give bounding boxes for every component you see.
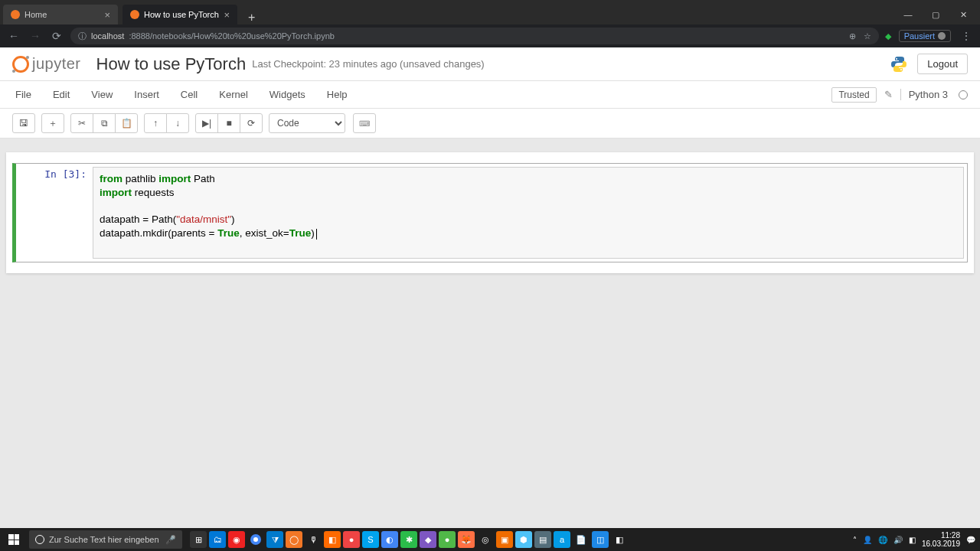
app-icon[interactable]: ◧ — [324, 531, 341, 548]
tray-chevron-up-icon[interactable]: ˄ — [853, 536, 857, 544]
jupyter-favicon-icon — [11, 10, 20, 19]
code-editor[interactable]: from pathlib import Path import requests… — [100, 172, 957, 253]
taskbar-search-input[interactable]: Zur Suche Text hier eingeben 🎤 — [29, 530, 182, 549]
menu-widgets[interactable]: Widgets — [259, 89, 316, 100]
menu-help[interactable]: Help — [316, 89, 358, 100]
interrupt-button[interactable]: ■ — [217, 113, 240, 133]
kernel-status-icon — [959, 90, 968, 99]
taskbar-clock[interactable]: 11:28 16.03.2019 — [922, 531, 960, 548]
notifications-icon[interactable]: 💬 — [966, 536, 975, 544]
checkpoint-status: Last Checkpoint: 23 minutes ago (unsaved… — [252, 58, 485, 70]
browser-tab-home[interactable]: Home × — [3, 5, 118, 24]
chrome-icon[interactable] — [247, 531, 264, 548]
app-icon[interactable]: ◐ — [381, 531, 398, 548]
command-palette-button[interactable]: ⌨ — [353, 113, 376, 133]
jupyter-menubar: File Edit View Insert Cell Kernel Widget… — [0, 81, 980, 109]
notebook-title[interactable]: How to use PyTorch — [96, 54, 247, 74]
window-controls: — ▢ ✕ — [894, 5, 977, 24]
maximize-button[interactable]: ▢ — [922, 5, 949, 24]
cell-prompt: In [3]: — [16, 164, 93, 262]
notebook-body: In [3]: from pathlib import Path import … — [0, 139, 980, 287]
vscode-icon[interactable]: ⧩ — [266, 531, 283, 548]
taskbar-apps: ⊞ 🗂 ◉ ⧩ ◯ 🎙 ◧ ● S ◐ ✱ ◆ ● 🦊 ◎ ▣ ⬢ ▤ a 📄 … — [190, 528, 628, 551]
network-icon[interactable]: 🌐 — [878, 536, 887, 544]
cut-button[interactable]: ✂ — [70, 113, 93, 133]
app-icon[interactable]: 📄 — [573, 531, 590, 548]
jupyter-icon[interactable]: ◯ — [286, 531, 302, 548]
menu-view[interactable]: View — [80, 89, 123, 100]
trusted-indicator[interactable]: Trusted — [831, 87, 876, 103]
kernel-name[interactable]: Python 3 — [900, 89, 948, 100]
cell-input-area[interactable]: from pathlib import Path import requests… — [93, 167, 964, 259]
move-up-button[interactable]: ↑ — [144, 113, 167, 133]
menu-icon[interactable]: ⋮ — [959, 30, 974, 42]
back-icon[interactable]: ← — [6, 30, 21, 42]
url-path: :8888/notebooks/How%20to%20use%20PyTorch… — [129, 31, 334, 41]
new-tab-button[interactable]: + — [242, 11, 261, 24]
app-icon[interactable]: ✱ — [400, 531, 417, 548]
browser-address-bar: ← → ⟳ ⓘ localhost:8888/notebooks/How%20t… — [0, 24, 980, 47]
svg-point-1 — [253, 537, 258, 542]
app-icon[interactable]: ● — [343, 531, 360, 548]
menu-edit[interactable]: Edit — [42, 89, 80, 100]
app-icon[interactable]: ◉ — [228, 531, 245, 548]
firefox-icon[interactable]: 🦊 — [458, 531, 475, 548]
system-tray: ˄ 👤 🌐 🔊 ◧ 11:28 16.03.2019 💬 — [853, 531, 980, 548]
text-cursor — [316, 229, 317, 240]
profile-paused-button[interactable]: Pausiert — [899, 30, 951, 42]
edit-icon[interactable]: ✎ — [884, 89, 893, 100]
jupyter-logo-icon — [12, 56, 29, 73]
move-down-button[interactable]: ↓ — [166, 113, 189, 133]
run-button[interactable]: ▶| — [195, 113, 218, 133]
app-icon[interactable]: 🎙 — [305, 531, 322, 548]
minimize-button[interactable]: — — [894, 5, 922, 24]
start-button[interactable] — [0, 528, 28, 551]
menu-file[interactable]: File — [12, 89, 42, 100]
copy-button[interactable]: ⧉ — [93, 113, 116, 133]
menu-cell[interactable]: Cell — [170, 89, 208, 100]
app-icon[interactable]: ⬢ — [515, 531, 532, 548]
cell-type-select[interactable]: Code — [269, 113, 345, 133]
close-window-button[interactable]: ✕ — [949, 5, 977, 24]
browser-tab-notebook[interactable]: How to use PyTorch × — [122, 5, 237, 24]
restart-button[interactable]: ⟳ — [240, 113, 263, 133]
app-icon[interactable]: ▣ — [496, 531, 513, 548]
windows-taskbar: Zur Suche Text hier eingeben 🎤 ⊞ 🗂 ◉ ⧩ ◯… — [0, 528, 980, 551]
menu-kernel[interactable]: Kernel — [208, 89, 259, 100]
logout-button[interactable]: Logout — [917, 54, 968, 74]
bookmark-icon[interactable]: ☆ — [864, 31, 871, 41]
reload-icon[interactable]: ⟳ — [49, 30, 64, 42]
save-button[interactable]: 🖫 — [12, 113, 35, 133]
skype-icon[interactable]: S — [362, 531, 379, 548]
task-view-button[interactable]: ⊞ — [190, 531, 207, 548]
mic-icon[interactable]: 🎤 — [165, 535, 176, 545]
app-icon[interactable]: ◫ — [592, 531, 609, 548]
page-content: jupyter How to use PyTorch Last Checkpoi… — [0, 47, 980, 528]
forward-icon[interactable]: → — [28, 30, 43, 42]
close-icon[interactable]: × — [104, 9, 110, 21]
jupyter-logo[interactable]: jupyter — [12, 55, 81, 73]
menu-insert[interactable]: Insert — [123, 89, 170, 100]
site-info-icon[interactable]: ⓘ — [78, 31, 87, 42]
extension-icon[interactable]: ◆ — [885, 31, 891, 41]
volume-icon[interactable]: 🔊 — [893, 536, 903, 544]
close-icon[interactable]: × — [224, 9, 230, 21]
explorer-icon[interactable]: 🗂 — [209, 531, 226, 548]
search-in-page-icon[interactable]: ⊕ — [849, 31, 856, 41]
code-cell[interactable]: In [3]: from pathlib import Path import … — [12, 163, 968, 262]
app-icon[interactable]: ● — [439, 531, 456, 548]
paste-button[interactable]: 📋 — [115, 113, 138, 133]
insert-cell-button[interactable]: ＋ — [41, 113, 64, 133]
jupyter-header: jupyter How to use PyTorch Last Checkpoi… — [0, 47, 980, 81]
language-indicator[interactable]: ◧ — [909, 536, 916, 544]
app-icon[interactable]: ◎ — [477, 531, 494, 548]
url-input[interactable]: ⓘ localhost:8888/notebooks/How%20to%20us… — [70, 28, 879, 44]
avatar-icon — [938, 32, 946, 40]
app-icon[interactable]: ▤ — [534, 531, 551, 548]
app-icon[interactable]: ◧ — [611, 531, 628, 548]
jupyter-favicon-icon — [130, 10, 139, 19]
app-icon[interactable]: a — [554, 531, 570, 548]
people-icon[interactable]: 👤 — [863, 536, 872, 544]
browser-tab-strip: Home × How to use PyTorch × + — ▢ ✕ — [0, 0, 980, 24]
app-icon[interactable]: ◆ — [420, 531, 436, 548]
